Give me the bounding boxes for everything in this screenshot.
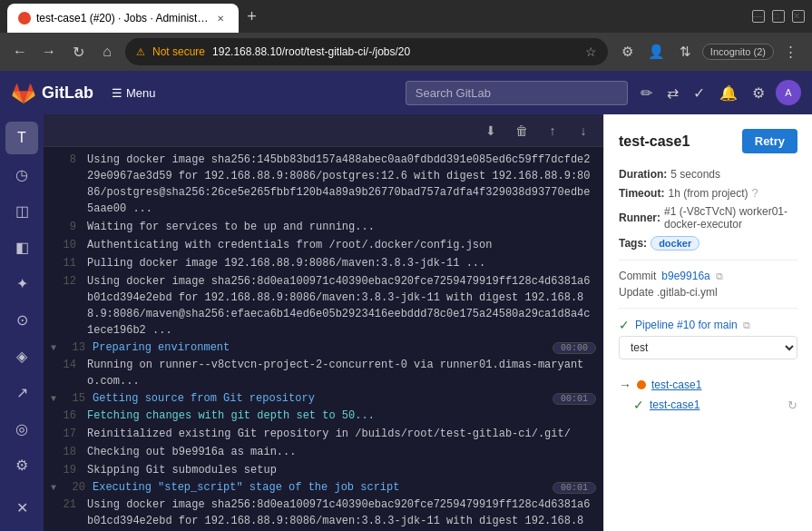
sidebar-item-security[interactable]: ◈ xyxy=(5,339,38,372)
sidebar-item-groups[interactable]: ◫ xyxy=(5,194,38,227)
line-number: 17 xyxy=(51,426,76,442)
extensions-button[interactable]: ⚙ xyxy=(615,39,641,64)
url-text: 192.168.88.10/root/test-gitlab-ci/-/jobs… xyxy=(212,45,578,58)
download-log-button[interactable]: ⬇ xyxy=(478,118,504,143)
forward-button[interactable]: → xyxy=(38,41,60,63)
bookmark-icon[interactable]: ☆ xyxy=(585,44,597,59)
job-parent-link[interactable]: test-case1 xyxy=(651,379,701,391)
timeout-row: Timeout: 1h (from project) ? xyxy=(619,186,797,200)
section-name-git: Getting source from Git repository xyxy=(93,392,553,405)
sidebar-item-more[interactable]: ✕ xyxy=(5,491,38,524)
scroll-top-button[interactable]: ↑ xyxy=(540,118,565,143)
user-avatar[interactable]: A xyxy=(776,80,801,105)
refresh-icon[interactable]: ↻ xyxy=(788,398,797,412)
job-log[interactable]: 8 Using docker image sha256:145bb83bd157… xyxy=(44,147,603,531)
profiles-button[interactable]: 👤 xyxy=(644,39,670,64)
operations-icon: ◎ xyxy=(15,420,28,438)
url-bar[interactable]: ⚠ Not secure 192.168.88.10/root/test-git… xyxy=(125,38,608,65)
addressbar-actions: ⚙ 👤 ⇅ Incognito (2) ⋮ xyxy=(615,39,803,64)
issues-icon[interactable]: ✓ xyxy=(690,81,709,105)
milestones-icon: ⊙ xyxy=(16,311,28,329)
settings-icon[interactable]: ⚙ xyxy=(748,81,768,105)
main-layout: T ◷ ◫ ◧ ✦ ⊙ ◈ ↗ ◎ ⚙ ✕ xyxy=(0,114,812,531)
sidebar-item-home[interactable]: T xyxy=(5,122,38,154)
sidebar: T ◷ ◫ ◧ ✦ ⊙ ◈ ↗ ◎ ⚙ ✕ xyxy=(0,114,44,531)
timeout-help-icon[interactable]: ? xyxy=(751,186,758,200)
new-tab-button[interactable]: + xyxy=(239,4,264,29)
sync-button[interactable]: ⇅ xyxy=(673,39,699,64)
reload-button[interactable]: ↻ xyxy=(67,41,89,63)
admin-icon: ⚙ xyxy=(15,457,28,474)
runner-label: Runner: xyxy=(619,211,660,224)
section-git-source[interactable]: ▼ 15 Getting source from Git repository … xyxy=(44,390,603,407)
notifications-icon[interactable]: 🔔 xyxy=(716,81,741,105)
log-line: 19 Skipping Git submodules setup xyxy=(44,461,603,479)
log-line-content: Authenticating with credentials from /ro… xyxy=(87,237,596,253)
log-line: 17 Reinitialized existing Git repository… xyxy=(44,425,603,443)
tab-close-button[interactable]: ✕ xyxy=(213,11,228,25)
sidebar-item-analytics[interactable]: ↗ xyxy=(5,376,38,408)
global-search xyxy=(406,81,628,105)
active-tab[interactable]: test-case1 (#20) · Jobs · Administ… ✕ xyxy=(7,4,239,33)
more-icon: ✕ xyxy=(16,499,28,516)
sidebar-item-activity[interactable]: ◷ xyxy=(5,158,38,191)
log-line: 12 Using docker image sha256:8d0ea100971… xyxy=(44,272,603,339)
pipeline-row: ✓ Pipeline #10 for main ⧉ xyxy=(619,318,797,332)
arrow-right-icon: → xyxy=(619,378,631,392)
analytics-icon: ↗ xyxy=(16,384,28,401)
sidebar-item-snippets[interactable]: ✦ xyxy=(5,267,38,300)
job-title: test-case1 xyxy=(619,133,690,150)
log-line-content: Reinitialized existing Git repository in… xyxy=(87,426,596,442)
search-input[interactable] xyxy=(406,81,628,105)
log-line-content: Using docker image sha256:145bb83bd157a4… xyxy=(87,152,596,217)
gitlab-logo-icon xyxy=(11,80,36,105)
section-name-preparing: Preparing environment xyxy=(93,341,553,354)
duration-label: Duration: xyxy=(619,168,667,181)
copy-commit-icon[interactable]: ⧉ xyxy=(716,270,723,282)
sidebar-item-operations[interactable]: ◎ xyxy=(5,412,38,445)
sidebar-item-projects[interactable]: ◧ xyxy=(5,231,38,263)
timeout-label: Timeout: xyxy=(619,187,664,200)
home-button[interactable]: ⌂ xyxy=(96,41,118,63)
snippets-icon: ✦ xyxy=(16,275,28,292)
commit-hash-link[interactable]: b9e9916a xyxy=(661,270,709,282)
log-line: 10 Authenticating with credentials from … xyxy=(44,236,603,254)
line-number: 16 xyxy=(51,408,76,424)
minimize-button[interactable]: — xyxy=(752,10,765,23)
pipeline-success-icon: ✓ xyxy=(619,318,630,332)
job-toolbar: ⬇ 🗑 ↑ ↓ xyxy=(44,114,603,147)
close-button[interactable]: ✕ xyxy=(792,10,805,23)
line-number: 11 xyxy=(51,255,76,271)
back-button[interactable]: ← xyxy=(9,41,31,63)
sidebar-item-milestones[interactable]: ⊙ xyxy=(5,303,38,336)
branch-select[interactable]: test xyxy=(619,336,797,359)
scroll-bottom-button[interactable]: ↓ xyxy=(571,118,596,143)
line-number: 10 xyxy=(51,237,76,253)
gitlab-header: GitLab ☰ Menu ✏ ⇄ ✓ 🔔 ⚙ A xyxy=(0,71,812,114)
tags-row: Tags: docker xyxy=(619,236,797,251)
maximize-button[interactable]: □ xyxy=(772,10,785,23)
delete-log-button[interactable]: 🗑 xyxy=(509,118,534,143)
merge-request-icon[interactable]: ⇄ xyxy=(663,81,682,105)
tags-label: Tags: xyxy=(619,237,647,250)
compose-icon[interactable]: ✏ xyxy=(637,81,656,105)
copy-pipeline-icon[interactable]: ⧉ xyxy=(743,320,750,331)
line-number: 20 xyxy=(64,481,85,494)
job-child-link[interactable]: test-case1 xyxy=(650,398,699,411)
section-toggle-icon: ▼ xyxy=(51,343,56,353)
pipeline-link[interactable]: Pipeline #10 for main xyxy=(635,319,738,331)
log-line: 9 Waiting for services to be up and runn… xyxy=(44,218,603,236)
log-line-content: Using docker image sha256:8d0ea100971c40… xyxy=(87,497,596,531)
titlebar: test-case1 (#20) · Jobs · Administ… ✕ + … xyxy=(0,0,812,33)
incognito-button[interactable]: Incognito (2) xyxy=(702,44,774,60)
section-step-script[interactable]: ▼ 20 Executing "step_script" stage of th… xyxy=(44,479,603,496)
retry-button[interactable]: Retry xyxy=(742,129,797,153)
section-preparing-environment[interactable]: ▼ 13 Preparing environment 00:00 xyxy=(44,339,603,356)
right-panel-header: test-case1 Retry xyxy=(619,129,797,153)
more-button[interactable]: ⋮ xyxy=(778,39,803,64)
gitlab-logo[interactable]: GitLab xyxy=(11,80,93,105)
menu-button[interactable]: ☰ Menu xyxy=(103,81,165,105)
sidebar-item-admin[interactable]: ⚙ xyxy=(5,448,38,481)
projects-icon: ◧ xyxy=(15,239,29,256)
line-number: 12 xyxy=(51,273,76,290)
